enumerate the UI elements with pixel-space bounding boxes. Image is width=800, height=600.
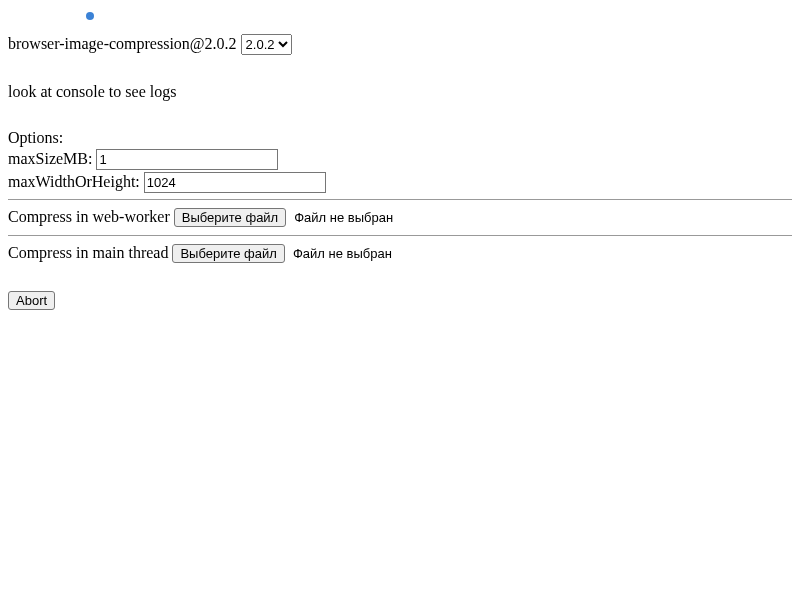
title-row: browser-image-compression@2.0.2 2.0.2 [8, 34, 792, 55]
options-section: Options: maxSizeMB: maxWidthOrHeight: [8, 129, 792, 193]
log-hint: look at console to see logs [8, 83, 792, 101]
field-row-maxwidth: maxWidthOrHeight: [8, 172, 792, 193]
version-select[interactable]: 2.0.2 [241, 34, 292, 55]
options-label: Options: [8, 129, 792, 147]
compress-mainthread-label: Compress in main thread [8, 244, 168, 261]
divider [8, 199, 792, 200]
compress-mainthread-row: Compress in main thread Выберите файл Фа… [8, 244, 792, 263]
file-status-mainthread: Файл не выбран [293, 246, 392, 261]
compress-webworker-label: Compress in web-worker [8, 208, 170, 225]
maxsize-label: maxSizeMB: [8, 150, 92, 167]
compress-webworker-row: Compress in web-worker Выберите файл Фай… [8, 208, 792, 227]
abort-row: Abort [8, 291, 792, 310]
divider [8, 235, 792, 236]
field-row-maxsize: maxSizeMB: [8, 149, 792, 170]
abort-button[interactable]: Abort [8, 291, 55, 310]
file-choose-button-webworker[interactable]: Выберите файл [174, 208, 286, 227]
blue-dot-indicator [86, 12, 94, 20]
file-status-webworker: Файл не выбран [294, 210, 393, 225]
maxsize-input[interactable] [96, 149, 278, 170]
maxwidth-label: maxWidthOrHeight: [8, 173, 140, 190]
file-choose-button-mainthread[interactable]: Выберите файл [172, 244, 284, 263]
page-title: browser-image-compression@2.0.2 [8, 35, 237, 52]
maxwidth-input[interactable] [144, 172, 326, 193]
